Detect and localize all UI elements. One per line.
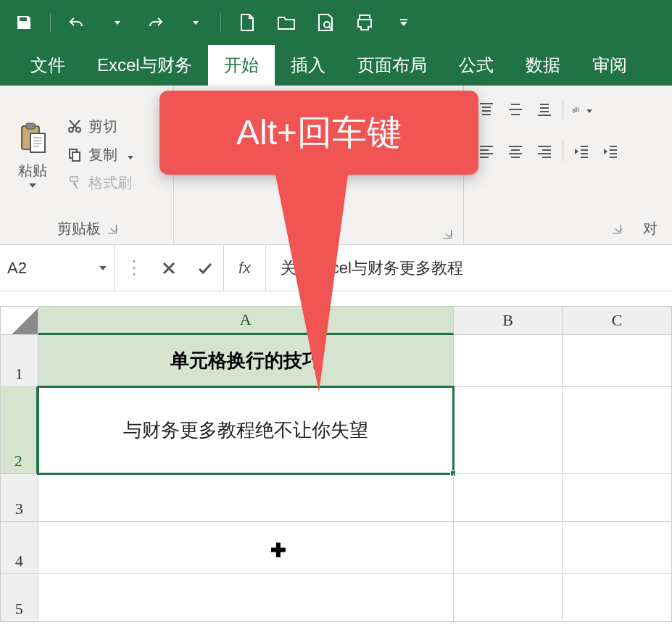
cell-A3[interactable] xyxy=(38,474,454,522)
name-box-value: A2 xyxy=(7,259,27,278)
align-right-button[interactable] xyxy=(534,141,555,162)
copy-label: 复制 xyxy=(88,145,117,165)
group-clipboard: 粘贴 剪切 复制 xyxy=(0,86,174,244)
group-label-alignment: 对 xyxy=(643,219,658,239)
cell-C5[interactable] xyxy=(563,574,672,622)
cell-C2[interactable] xyxy=(563,387,672,474)
cell-cursor-icon: ✚ xyxy=(270,539,286,562)
cut-button[interactable]: 剪切 xyxy=(64,115,136,138)
cell-A1[interactable]: 单元格换行的技巧 xyxy=(38,335,454,387)
format-painter-icon xyxy=(67,175,83,191)
separator xyxy=(220,13,221,32)
cell-B1[interactable] xyxy=(454,335,563,387)
align-middle-button[interactable] xyxy=(505,99,526,120)
tab-data[interactable]: 数据 xyxy=(510,45,576,86)
copy-button[interactable]: 复制 xyxy=(64,144,136,166)
new-file-icon[interactable] xyxy=(234,9,260,36)
align-left-button[interactable] xyxy=(476,141,497,162)
svg-rect-9 xyxy=(70,177,78,181)
save-icon[interactable] xyxy=(11,9,37,36)
customize-qat-icon[interactable] xyxy=(391,9,417,36)
print-preview-icon[interactable] xyxy=(312,9,339,36)
cell-A2[interactable]: 与财务更多教程绝不让你失望 xyxy=(38,387,454,474)
ribbon-tabs: 文件 Excel与财务 开始 插入 页面布局 公式 数据 审阅 xyxy=(0,45,672,86)
svg-rect-4 xyxy=(30,133,45,152)
svg-rect-3 xyxy=(26,123,35,129)
cell-B5[interactable] xyxy=(454,574,563,622)
format-painter-label: 格式刷 xyxy=(88,173,132,193)
name-box-resize-handle[interactable]: ⋮ xyxy=(115,257,151,279)
insert-function-button[interactable]: fx xyxy=(224,245,266,291)
dropdown-icon xyxy=(29,181,36,188)
cell-B4[interactable] xyxy=(454,522,563,574)
align-top-button[interactable] xyxy=(476,99,497,120)
name-box[interactable]: A2 xyxy=(0,245,115,291)
orientation-button[interactable]: ab xyxy=(571,99,592,120)
cell-A2-value: 与财务更多教程绝不让你失望 xyxy=(123,418,368,443)
cell-C3[interactable] xyxy=(563,474,672,522)
tab-addin[interactable]: Excel与财务 xyxy=(81,45,208,86)
row-header-2[interactable]: 2 xyxy=(0,387,38,474)
enter-button[interactable] xyxy=(187,261,223,275)
redo-dropdown-icon[interactable] xyxy=(181,9,207,36)
paste-icon xyxy=(16,122,49,155)
tab-home[interactable]: 开始 xyxy=(208,45,275,86)
row-header-4[interactable]: 4 xyxy=(0,522,38,574)
dialog-launcher-icon[interactable] xyxy=(613,225,621,233)
tip-callout: Alt+回车键 xyxy=(159,91,478,175)
column-header-A[interactable]: A xyxy=(38,306,454,335)
dropdown-icon xyxy=(99,266,107,270)
separator xyxy=(563,99,563,120)
tab-page-layout[interactable]: 页面布局 xyxy=(341,45,443,86)
tab-insert[interactable]: 插入 xyxy=(275,45,341,86)
undo-dropdown-icon[interactable] xyxy=(103,9,129,36)
row-header-1[interactable]: 1 xyxy=(0,335,38,387)
separator xyxy=(50,13,51,32)
decrease-indent-button[interactable] xyxy=(571,141,592,162)
column-header-B[interactable]: B xyxy=(454,306,563,335)
dialog-launcher-icon[interactable] xyxy=(108,225,117,233)
cell-C4[interactable] xyxy=(563,522,672,574)
cancel-button[interactable] xyxy=(151,261,187,275)
cell-A5[interactable] xyxy=(38,574,454,622)
open-folder-icon[interactable] xyxy=(273,9,299,36)
column-header-C[interactable]: C xyxy=(563,306,672,335)
dropdown-icon xyxy=(123,146,133,163)
redo-icon[interactable] xyxy=(142,9,168,36)
cut-label: 剪切 xyxy=(88,117,117,136)
row-header-3[interactable]: 3 xyxy=(0,474,38,522)
row-header-5[interactable]: 5 xyxy=(0,574,38,622)
cell-C1[interactable] xyxy=(563,335,672,387)
svg-text:ab: ab xyxy=(571,105,580,115)
group-label-clipboard: 剪贴板 xyxy=(57,219,101,239)
fx-label: fx xyxy=(238,259,251,278)
dialog-launcher-icon[interactable] xyxy=(443,230,452,239)
undo-icon[interactable] xyxy=(64,9,90,36)
paste-label: 粘贴 xyxy=(18,161,47,181)
cell-A4[interactable]: ✚ xyxy=(38,522,454,574)
tab-formulas[interactable]: 公式 xyxy=(443,45,510,86)
tab-file[interactable]: 文件 xyxy=(14,45,81,86)
tab-review[interactable]: 审阅 xyxy=(576,45,643,86)
svg-point-0 xyxy=(324,22,330,28)
svg-rect-8 xyxy=(72,152,80,161)
svg-rect-1 xyxy=(400,19,407,20)
dropdown-icon xyxy=(582,103,592,116)
format-painter-button[interactable]: 格式刷 xyxy=(64,172,136,194)
paste-button[interactable]: 粘贴 xyxy=(7,91,58,217)
cell-B3[interactable] xyxy=(454,474,563,522)
scissors-icon xyxy=(67,118,83,134)
align-bottom-button[interactable] xyxy=(534,99,555,120)
increase-indent-button[interactable] xyxy=(600,141,621,162)
copy-icon xyxy=(67,146,83,162)
tip-text: Alt+回车键 xyxy=(236,113,402,152)
group-alignment: ab 对 xyxy=(464,86,672,244)
separator xyxy=(563,141,563,162)
quick-access-toolbar xyxy=(0,0,672,45)
align-center-button[interactable] xyxy=(505,141,526,162)
quick-print-icon[interactable] xyxy=(352,9,378,36)
cell-B2[interactable] xyxy=(454,387,563,474)
select-all-corner[interactable] xyxy=(0,306,38,335)
